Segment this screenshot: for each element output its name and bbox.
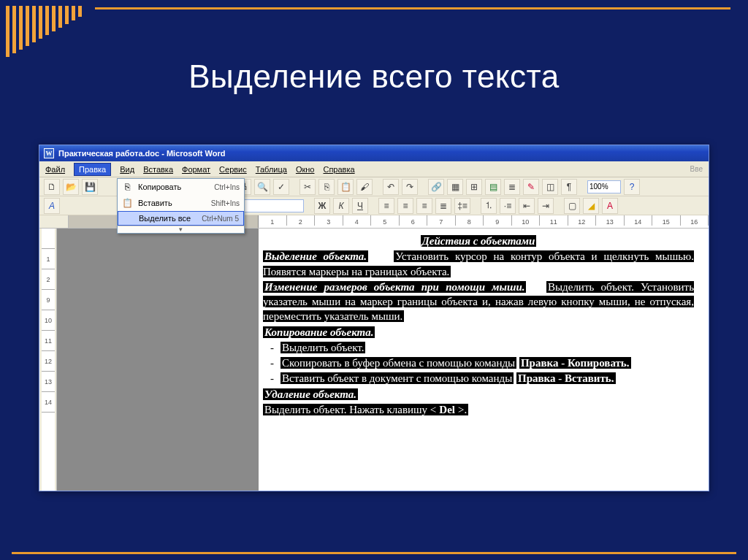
doc-bullet: Вставить объект в документ с помощью ком…: [280, 372, 514, 384]
menu-item-paste[interactable]: 📋 Вставить Shift+Ins: [118, 195, 244, 211]
corner-stripes: [6, 6, 82, 57]
menu-window[interactable]: Окно: [296, 165, 315, 174]
top-rule: [95, 7, 730, 9]
font-color-icon[interactable]: A: [602, 198, 618, 214]
doc-bullet: Скопировать в буфер обмена с помощью ком…: [280, 357, 516, 369]
help-search-hint: Вве: [690, 165, 703, 173]
menu-view[interactable]: Вид: [120, 165, 134, 174]
ruler-vertical[interactable]: 12 91011 121314: [39, 229, 57, 491]
outdent-icon[interactable]: ⇤: [519, 198, 535, 214]
blank-icon: [121, 212, 134, 225]
docmap-icon[interactable]: ◫: [542, 179, 558, 195]
doc-text: Удаление объекта.: [263, 388, 358, 400]
doc-text: >.: [457, 404, 468, 415]
preview-icon[interactable]: 🔍: [254, 179, 270, 195]
menubar: Файл Правка Вид Вставка Формат Сервис Та…: [39, 161, 709, 177]
doc-bullet: Выделить объект.: [280, 342, 365, 353]
highlight-icon[interactable]: ◢: [583, 198, 599, 214]
line-spacing-icon[interactable]: ‡≡: [454, 198, 470, 214]
paste-icon: 📋: [121, 196, 134, 210]
doc-bullet-bold: Правка - Вставить.: [516, 372, 616, 384]
excel-icon[interactable]: ▤: [485, 179, 501, 195]
doc-text: Выделить объект. Нажать клавишу <: [263, 404, 438, 415]
zoom-input[interactable]: [587, 180, 621, 193]
align-center-icon[interactable]: ≡: [397, 198, 413, 214]
menu-item-select-all[interactable]: Выделить все Ctrl+Num 5: [118, 211, 244, 226]
link-icon[interactable]: 🔗: [428, 179, 444, 195]
doc-text: Выделение объекта.: [263, 250, 368, 262]
menu-tools[interactable]: Сервис: [219, 165, 247, 174]
undo-icon[interactable]: ↶: [383, 179, 399, 195]
cut-icon[interactable]: ✂: [299, 179, 316, 195]
help-icon[interactable]: ?: [624, 179, 640, 195]
align-right-icon[interactable]: ≡: [416, 198, 432, 214]
copy-icon: ⎘: [121, 180, 134, 193]
menu-table[interactable]: Таблица: [256, 165, 287, 174]
copy-icon[interactable]: ⎘: [318, 179, 335, 195]
redo-icon[interactable]: ↷: [402, 179, 418, 195]
format-painter-icon[interactable]: 🖌: [356, 179, 373, 195]
tables-borders-icon[interactable]: ▦: [447, 179, 463, 195]
bulleted-list-icon[interactable]: ∙≡: [500, 198, 516, 214]
menu-item-label: Копировать: [138, 183, 181, 191]
open-icon[interactable]: 📂: [63, 179, 79, 195]
slide-title: Выделение всего текста: [0, 58, 748, 95]
spell-icon[interactable]: ✓: [273, 179, 289, 195]
menu-file[interactable]: Файл: [45, 165, 65, 174]
menu-insert[interactable]: Вставка: [143, 165, 173, 174]
doc-text: Копирование объекта.: [263, 326, 375, 338]
bottom-rule: [12, 552, 736, 554]
menu-help[interactable]: Справка: [323, 165, 354, 174]
menu-item-shortcut: Ctrl+Num 5: [202, 215, 239, 223]
word-icon: W: [44, 148, 54, 158]
save-icon[interactable]: 💾: [82, 179, 98, 195]
align-justify-icon[interactable]: ≣: [435, 198, 451, 214]
underline-icon[interactable]: Ч: [352, 198, 368, 214]
page-left-margin: [57, 229, 259, 491]
italic-icon[interactable]: К: [333, 198, 349, 214]
window-caption: Практическая работа.doc - Microsoft Word: [58, 149, 225, 158]
show-marks-icon[interactable]: ¶: [561, 179, 577, 195]
drawing-icon[interactable]: ✎: [523, 179, 539, 195]
new-doc-icon[interactable]: 🗋: [44, 179, 60, 195]
word-window: W Практическая работа.doc - Microsoft Wo…: [39, 145, 709, 491]
borders-icon[interactable]: ▢: [564, 198, 580, 214]
menu-item-shortcut: Ctrl+Ins: [214, 183, 240, 191]
insert-table-icon[interactable]: ⊞: [466, 179, 482, 195]
menu-edit[interactable]: Правка: [74, 163, 111, 176]
menu-item-copy[interactable]: ⎘ Копировать Ctrl+Ins: [118, 179, 244, 195]
paste-icon[interactable]: 📋: [337, 179, 354, 195]
document-page[interactable]: Действия с объектами Выделение объекта. …: [259, 229, 709, 491]
menu-item-shortcut: Shift+Ins: [211, 199, 240, 207]
doc-bullet-bold: Правка - Копировать.: [519, 357, 631, 369]
bold-icon[interactable]: Ж: [314, 198, 330, 214]
styles-icon[interactable]: A: [44, 198, 60, 214]
doc-heading: Действия с объектами: [421, 235, 537, 247]
menu-item-label: Вставить: [138, 199, 172, 207]
workspace: 12 91011 121314 Действия с объектами Выд…: [39, 229, 709, 491]
menu-item-label: Выделить все: [139, 214, 191, 223]
menu-expand-chevron[interactable]: ▾: [118, 226, 244, 233]
doc-text: Del: [438, 404, 457, 415]
menu-format[interactable]: Формат: [182, 165, 210, 174]
align-left-icon[interactable]: ≡: [378, 198, 394, 214]
indent-icon[interactable]: ⇥: [538, 198, 554, 214]
numbered-list-icon[interactable]: ⒈: [481, 198, 497, 214]
columns-icon[interactable]: ≣: [504, 179, 520, 195]
edit-menu-dropdown: ⎘ Копировать Ctrl+Ins 📋 Вставить Shift+I…: [117, 178, 245, 234]
titlebar: W Практическая работа.doc - Microsoft Wo…: [39, 145, 709, 161]
doc-text: Изменение размеров объекта при помощи мы…: [263, 281, 526, 293]
